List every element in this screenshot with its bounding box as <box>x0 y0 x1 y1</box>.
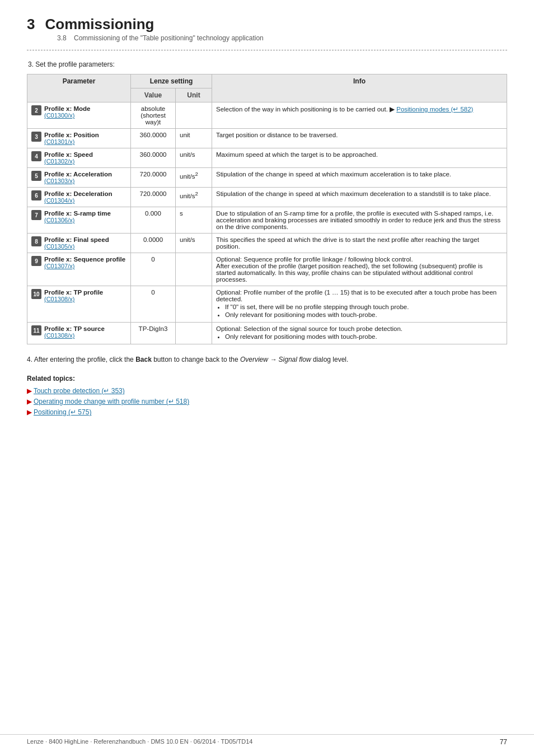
related-link-3[interactable]: Positioning (↵ 575) <box>34 408 91 416</box>
arrow-icon-2: ▶ <box>27 398 31 405</box>
table-row: 5 Profile x: Acceleration (C01303/x) 720… <box>27 168 507 188</box>
unit-cell-3: unit/s2 <box>176 168 212 188</box>
info-cell-7: Optional: Sequence profile for profile l… <box>212 253 507 286</box>
unit-cell-7 <box>176 253 212 286</box>
param-code-8[interactable]: (C01308/x) <box>44 296 74 302</box>
param-cell-4: 6 Profile x: Deceleration (C01304/x) <box>27 188 131 207</box>
table-row: 6 Profile x: Deceleration (C01304/x) 720… <box>27 188 507 207</box>
param-cell-9: 11 Profile x: TP source (C01308/x) <box>27 323 131 344</box>
table-row: 3 Profile x: Position (C01301/x) 360.000… <box>27 129 507 148</box>
info-bullet-8-1: If "0" is set, there will be no profile … <box>225 304 503 310</box>
value-cell-9: TP-DigIn3 <box>131 323 176 344</box>
header-section: 3 Commissioning 3.8 Commissioning of the… <box>27 16 507 42</box>
info-line-7-0: Optional: Sequence profile for profile l… <box>216 256 503 263</box>
related-topics-section: Related topics: ▶ Touch probe detection … <box>27 375 507 416</box>
value-cell-3: 720.0000 <box>131 168 176 188</box>
info-cell-8: Optional: Profile number of the profile … <box>212 286 507 323</box>
info-cell-6: This specifies the speed at which the dr… <box>212 234 507 253</box>
step4-italic: Overview → Signal flow <box>240 356 311 363</box>
info-cell-4: Stipulation of the change in speed at wh… <box>212 188 507 207</box>
param-cell-1: 3 Profile x: Position (C01301/x) <box>27 129 131 148</box>
col-header-lenze-setting: Lenze setting <box>131 74 212 88</box>
col-header-unit: Unit <box>176 88 212 102</box>
param-code-6[interactable]: (C01305/x) <box>44 243 74 250</box>
unit-cell-9 <box>176 323 212 344</box>
value-cell-4: 720.0000 <box>131 188 176 207</box>
value-cell-1: 360.0000 <box>131 129 176 148</box>
info-cell-5: Due to stipulation of an S-ramp time for… <box>212 207 507 234</box>
info-bullet-8-2: Only relevant for positioning modes with… <box>225 311 503 318</box>
related-item-2[interactable]: ▶ Operating mode change with profile num… <box>27 398 507 405</box>
param-code-4[interactable]: (C01304/x) <box>44 197 74 204</box>
param-code-3[interactable]: (C01303/x) <box>44 178 74 184</box>
param-name-3: Profile x: Acceleration <box>44 171 112 178</box>
parameter-table: Parameter Lenze setting Info Value Unit … <box>27 74 507 344</box>
param-code-0[interactable]: (C01300/x) <box>44 112 74 119</box>
param-cell-6: 8 Profile x: Final speed (C01305/x) <box>27 234 131 253</box>
param-name-4: Profile x: Deceleration <box>44 190 112 197</box>
row-num-5: 7 <box>31 210 41 220</box>
row-num-4: 6 <box>31 190 41 200</box>
info-cell-1: Target position or distance to be traver… <box>212 129 507 148</box>
param-cell-7: 9 Profile x: Sequence profile (C01307/x) <box>27 253 131 286</box>
param-code-9[interactable]: (C01308/x) <box>44 332 74 339</box>
value-cell-5: 0.000 <box>131 207 176 234</box>
param-name-0: Profile x: Mode <box>44 105 90 112</box>
info-cell-0: Selection of the way in which positionin… <box>212 102 507 129</box>
chapter-text: Commissioning <box>45 16 154 33</box>
row-num-6: 8 <box>31 236 41 246</box>
param-cell-5: 7 Profile x: S-ramp time (C01306/x) <box>27 207 131 234</box>
arrow-icon-3: ▶ <box>27 409 31 416</box>
info-text-0: Selection of the way in which positionin… <box>216 106 396 113</box>
info-cell-2: Maximum speed at which the target is to … <box>212 148 507 168</box>
param-code-1[interactable]: (C01301/x) <box>44 138 74 145</box>
col-header-parameter: Parameter <box>27 74 131 102</box>
related-link-1[interactable]: Touch probe detection (↵ 353) <box>34 387 125 395</box>
step4-end: dialog level. <box>311 356 349 363</box>
step4-text: 4. After entering the profile, click the… <box>27 354 507 365</box>
info-main-9: Optional: Selection of the signal source… <box>216 325 503 332</box>
related-topics-title: Related topics: <box>27 375 507 382</box>
param-code-2[interactable]: (C01302/x) <box>44 158 74 165</box>
table-row: 11 Profile x: TP source (C01308/x) TP-Di… <box>27 323 507 344</box>
row-num-9: 11 <box>31 325 41 335</box>
unit-cell-4: unit/s2 <box>176 188 212 207</box>
footer-left: Lenze · 8400 HighLine · Referenzhandbuch… <box>27 738 252 746</box>
param-name-1: Profile x: Position <box>44 132 99 138</box>
page-footer: Lenze · 8400 HighLine · Referenzhandbuch… <box>0 734 534 746</box>
table-row: 9 Profile x: Sequence profile (C01307/x)… <box>27 253 507 286</box>
param-name-8: Profile x: TP profile <box>44 289 103 296</box>
table-row: 4 Profile x: Speed (C01302/x) 360.0000un… <box>27 148 507 168</box>
row-num-3: 5 <box>31 171 41 181</box>
row-num-0: 2 <box>31 105 41 115</box>
value-cell-2: 360.0000 <box>131 148 176 168</box>
step4-after-bold: button to change back to the <box>152 356 240 363</box>
param-name-6: Profile x: Final speed <box>44 236 109 243</box>
unit-cell-8 <box>176 286 212 323</box>
info-link-0[interactable]: Positioning modes (↵ 582) <box>396 106 473 113</box>
value-cell-0: absolute(shortest way)t <box>131 102 176 129</box>
info-cell-3: Stipulation of the change in speed at wh… <box>212 168 507 188</box>
related-item-3[interactable]: ▶ Positioning (↵ 575) <box>27 408 507 416</box>
col-header-info: Info <box>212 74 507 102</box>
param-cell-8: 10 Profile x: TP profile (C01308/x) <box>27 286 131 323</box>
section-divider <box>27 50 507 50</box>
col-header-value: Value <box>131 88 176 102</box>
table-row: 8 Profile x: Final speed (C01305/x) 0.00… <box>27 234 507 253</box>
param-cell-2: 4 Profile x: Speed (C01302/x) <box>27 148 131 168</box>
unit-cell-2: unit/s <box>176 148 212 168</box>
value-line1-0: absolute <box>135 105 171 112</box>
param-code-5[interactable]: (C01306/x) <box>44 217 74 223</box>
param-cell-3: 5 Profile x: Acceleration (C01303/x) <box>27 168 131 188</box>
related-item-1[interactable]: ▶ Touch probe detection (↵ 353) <box>27 387 507 395</box>
chapter-title: 3 Commissioning <box>27 16 507 33</box>
row-num-7: 9 <box>31 256 41 266</box>
param-code-7[interactable]: (C01307/x) <box>44 263 74 269</box>
info-line-7-1: After execution of the profile (target p… <box>216 263 503 283</box>
info-cell-9: Optional: Selection of the signal source… <box>212 323 507 344</box>
step3-label: 3. Set the profile parameters: <box>28 60 507 68</box>
param-name-9: Profile x: TP source <box>44 325 105 332</box>
footer-page-number: 77 <box>500 738 507 746</box>
related-link-2[interactable]: Operating mode change with profile numbe… <box>34 398 189 405</box>
value-line2-0: (shortest way)t <box>135 112 171 125</box>
